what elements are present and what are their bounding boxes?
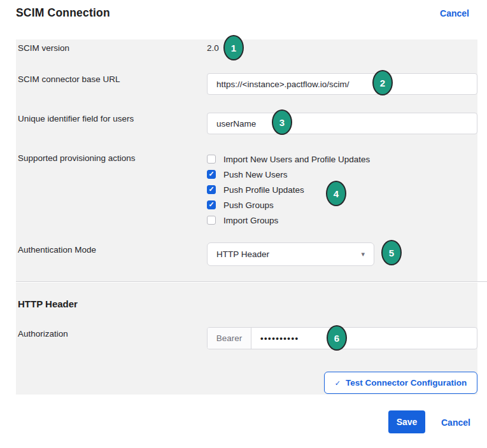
unique-identifier-label: Unique identifier field for users <box>18 114 134 123</box>
scim-version-value: 2.0 <box>207 43 219 53</box>
checkbox[interactable] <box>207 185 216 194</box>
checkbox[interactable] <box>207 216 216 225</box>
auth-mode-label: Authentication Mode <box>18 245 96 255</box>
http-header-section-title: HTTP Header <box>18 298 78 309</box>
step-badge-3: 3 <box>272 109 292 135</box>
option-push-new-users: Push New Users <box>207 167 370 182</box>
check-icon: ✓ <box>335 379 341 388</box>
step-badge-4: 4 <box>326 181 346 206</box>
step-badge-5: 5 <box>381 240 402 265</box>
auth-mode-select[interactable]: HTTP Header ▾ <box>207 242 374 266</box>
page-title: SCIM Connection <box>16 6 110 20</box>
chevron-down-icon: ▾ <box>361 250 365 258</box>
option-label: Import New Users and Profile Updates <box>223 155 370 164</box>
checkbox[interactable] <box>207 170 216 179</box>
save-button[interactable]: Save <box>388 410 425 433</box>
option-label: Push Groups <box>223 200 274 210</box>
checkbox[interactable] <box>207 200 216 209</box>
unique-identifier-input-value: userName <box>216 119 256 129</box>
step-badge-6: 6 <box>327 325 347 351</box>
auth-mode-selected-value: HTTP Header <box>216 249 269 259</box>
authorization-token-input[interactable]: •••••••••• <box>251 328 477 349</box>
test-connector-configuration-button[interactable]: ✓ Test Connector Configuration <box>324 372 477 394</box>
unique-identifier-input[interactable]: userName <box>207 113 477 134</box>
option-import-groups: Import Groups <box>207 213 370 228</box>
base-url-label: SCIM connector base URL <box>18 74 120 84</box>
option-label: Push Profile Updates <box>223 185 304 195</box>
option-push-groups: Push Groups <box>207 197 370 213</box>
authorization-label: Authorization <box>18 329 68 339</box>
step-badge-2: 2 <box>372 70 393 95</box>
checkbox[interactable] <box>207 155 216 164</box>
authorization-prefix: Bearer <box>208 328 251 349</box>
test-button-label: Test Connector Configuration <box>346 378 467 388</box>
scim-version-label: SCIM version <box>18 43 69 53</box>
step-badge-1: 1 <box>223 35 244 60</box>
footer-cancel-link[interactable]: Cancel <box>441 417 470 428</box>
option-label: Import Groups <box>223 216 278 225</box>
option-import-new-users: Import New Users and Profile Updates <box>207 151 370 167</box>
provisioning-actions-label: Supported provisioning actions <box>18 153 136 163</box>
scim-connection-page: SCIM Connection Cancel SCIM version 2.0 … <box>0 0 487 448</box>
header-cancel-link[interactable]: Cancel <box>440 8 469 18</box>
option-label: Push New Users <box>223 170 288 179</box>
section-divider <box>16 281 487 282</box>
base-url-input[interactable]: https://<instance>.pactflow.io/scim/ <box>207 73 477 95</box>
base-url-input-value: https://<instance>.pactflow.io/scim/ <box>216 80 349 89</box>
